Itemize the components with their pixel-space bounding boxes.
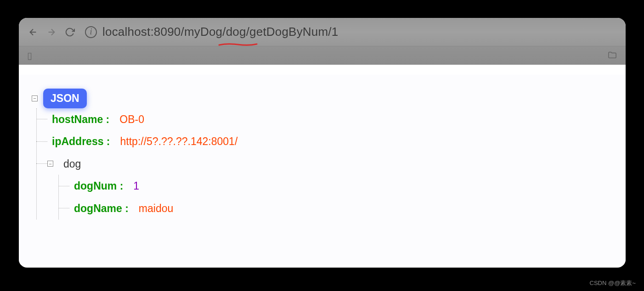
property-row-dognum: dogNum : 1 (59, 175, 613, 197)
property-value: 1 (133, 178, 139, 194)
tree-connector-icon (58, 208, 69, 208)
nav-buttons (28, 27, 75, 37)
property-row-hostname: hostName : OB-0 (37, 108, 613, 131)
tree-connector-icon (36, 141, 47, 142)
property-key: ipAddress : (52, 134, 110, 150)
browser-toolbar: i localhost:8090/myDog/dog/getDogByNum/1 (19, 18, 626, 46)
property-row-ipaddress: ipAddress : http://5?.??.??.142:8001/ (37, 130, 613, 153)
back-button[interactable] (28, 27, 38, 37)
tree-connector-icon (36, 119, 47, 119)
tab-strip (31, 65, 619, 75)
property-value: OB-0 (119, 112, 144, 128)
property-row-dogname: dogName : maidou (59, 197, 613, 220)
json-tree-root: − JSON hostName : OB-0 ipAddress : http:… (32, 89, 613, 219)
address-bar[interactable]: i localhost:8090/myDog/dog/getDogByNum/1 (80, 23, 616, 41)
root-children: hostName : OB-0 ipAddress : http://5?.??… (36, 108, 613, 220)
bookmarks-folder-icon[interactable] (607, 50, 617, 61)
bookmarks-bar: ▯ (19, 46, 626, 65)
expand-toggle-icon[interactable]: − (32, 95, 38, 101)
expand-toggle-icon[interactable]: − (47, 161, 53, 167)
property-key: hostName : (52, 112, 109, 128)
forward-button[interactable] (46, 27, 56, 37)
json-viewer-content: − JSON hostName : OB-0 ipAddress : http:… (19, 75, 626, 265)
browser-window: i localhost:8090/myDog/dog/getDogByNum/1… (19, 18, 626, 268)
dog-children: dogNum : 1 dogName : maidou (58, 175, 613, 219)
property-value: http://5?.??.??.142:8001/ (120, 134, 238, 150)
property-value: maidou (139, 201, 173, 217)
watermark-text: CSDN @@素素~ (590, 279, 636, 287)
site-info-icon[interactable]: i (85, 26, 97, 38)
tree-connector-icon (58, 186, 69, 186)
property-key: dogName : (74, 201, 129, 217)
reload-button[interactable] (65, 27, 75, 37)
property-row-dog: − dog (37, 153, 613, 175)
json-badge: JSON (43, 89, 87, 108)
bookmark-item-icon[interactable]: ▯ (27, 50, 32, 61)
property-key: dogNum : (74, 178, 123, 194)
property-key: dog (63, 156, 81, 172)
root-node-row: − JSON (32, 89, 613, 108)
url-text: localhost:8090/myDog/dog/getDogByNum/1 (102, 25, 338, 39)
tree-connector-icon (36, 163, 47, 164)
